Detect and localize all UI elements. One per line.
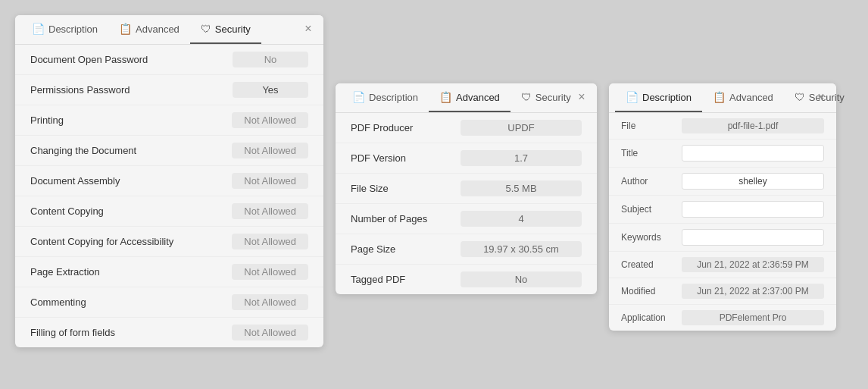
row-author: Author <box>609 168 836 196</box>
value-created: Jun 21, 2022 at 2:36:59 PM <box>682 257 824 272</box>
advanced-panel: 📄 Description 📋 Advanced 🛡 Security × PD… <box>336 83 597 294</box>
input-title[interactable] <box>682 145 824 162</box>
panel2-tabs: 📄 Description 📋 Advanced 🛡 Security × <box>336 83 597 113</box>
value-content-copying: Not Allowed <box>232 203 308 219</box>
label-changing-doc: Changing the Document <box>30 145 136 156</box>
value-page-size: 19.97 x 30.55 cm <box>461 241 582 257</box>
label-content-copying: Content Copying <box>30 205 104 217</box>
row-modified: Modified Jun 21, 2022 at 2:37:00 PM <box>609 278 836 305</box>
row-page-size: Page Size 19.97 x 30.55 cm <box>336 234 597 265</box>
label-author: Author <box>621 176 676 187</box>
tab-advanced-3[interactable]: 📋 Advanced <box>702 83 784 112</box>
panel1-body: Document Open Password No Permissions Pa… <box>15 45 323 347</box>
tab-description-3[interactable]: 📄 Description <box>615 83 702 112</box>
label-doc-assembly: Document Assembly <box>30 175 120 187</box>
close-icon-3: × <box>817 90 824 104</box>
value-form-fields: Not Allowed <box>232 325 308 340</box>
row-subject: Subject <box>609 196 836 224</box>
tab-description-2[interactable]: 📄 Description <box>342 83 429 112</box>
close-button-2[interactable]: × <box>574 89 589 105</box>
label-num-pages: Number of Pages <box>351 213 427 224</box>
label-pdf-producer: PDF Producer <box>351 122 413 133</box>
security-icon-1: 🛡 <box>201 23 211 35</box>
close-button-1[interactable]: × <box>301 21 316 36</box>
row-commenting: Commenting Not Allowed <box>15 287 323 318</box>
label-keywords: Keywords <box>621 232 676 243</box>
label-pdf-version: PDF Version <box>351 152 406 164</box>
tab-description-1[interactable]: 📄 Description <box>21 15 108 44</box>
value-page-extraction: Not Allowed <box>232 264 308 280</box>
description-panel: 📄 Description 📋 Advanced 🛡 Security × Fi… <box>609 83 836 331</box>
row-form-fields: Filling of form fields Not Allowed <box>15 318 323 347</box>
panel3-tabs: 📄 Description 📋 Advanced 🛡 Security × <box>609 83 836 113</box>
tab-description-label-2: Description <box>369 92 418 103</box>
value-printing: Not Allowed <box>232 112 308 128</box>
label-file: File <box>621 121 676 131</box>
tab-security-2[interactable]: 🛡 Security <box>510 83 582 112</box>
tab-advanced-label-1: Advanced <box>136 24 180 35</box>
label-open-password: Document Open Password <box>30 54 148 65</box>
security-icon-3: 🛡 <box>795 91 805 103</box>
panel2-body: PDF Producer UPDF PDF Version 1.7 File S… <box>336 113 597 294</box>
description-icon-2: 📄 <box>352 91 365 103</box>
row-application: Application PDFelement Pro <box>609 305 836 331</box>
input-subject[interactable] <box>682 201 824 218</box>
label-content-copying-access: Content Copying for Accessibility <box>30 236 173 247</box>
tab-advanced-label-2: Advanced <box>456 92 500 103</box>
row-content-copying: Content Copying Not Allowed <box>15 196 323 227</box>
label-commenting: Commenting <box>30 296 86 308</box>
description-icon-3: 📄 <box>626 91 639 103</box>
row-file: File pdf-file-1.pdf <box>609 113 836 140</box>
row-permissions-password: Permissions Password Yes <box>15 75 323 105</box>
tab-security-1[interactable]: 🛡 Security <box>190 15 261 44</box>
value-changing-doc: Not Allowed <box>232 143 308 158</box>
row-content-copying-access: Content Copying for Accessibility Not Al… <box>15 227 323 257</box>
label-created: Created <box>621 259 676 270</box>
security-icon-2: 🛡 <box>521 91 532 103</box>
row-created: Created Jun 21, 2022 at 2:36:59 PM <box>609 252 836 278</box>
close-icon-2: × <box>578 90 585 104</box>
close-button-3[interactable]: × <box>813 89 829 105</box>
advanced-icon-3: 📋 <box>713 91 726 103</box>
panel3-body: File pdf-file-1.pdf Title Author Subject… <box>609 113 836 331</box>
label-title: Title <box>621 148 676 158</box>
label-file-size: File Size <box>351 183 389 194</box>
close-icon-1: × <box>304 22 311 36</box>
row-page-extraction: Page Extraction Not Allowed <box>15 257 323 287</box>
value-pdf-producer: UPDF <box>461 120 582 136</box>
label-printing: Printing <box>30 115 64 126</box>
input-author[interactable] <box>682 173 824 190</box>
value-num-pages: 4 <box>461 211 582 227</box>
value-file-size: 5.5 MB <box>461 180 582 196</box>
row-pdf-version: PDF Version 1.7 <box>336 143 597 174</box>
row-num-pages: Number of Pages 4 <box>336 204 597 234</box>
input-keywords[interactable] <box>682 229 824 246</box>
value-commenting: Not Allowed <box>232 294 308 310</box>
tab-description-label-3: Description <box>642 92 692 103</box>
row-pdf-producer: PDF Producer UPDF <box>336 113 597 143</box>
label-subject: Subject <box>621 204 676 215</box>
label-permissions-password: Permissions Password <box>30 84 130 96</box>
value-open-password: No <box>233 52 308 67</box>
row-changing-doc: Changing the Document Not Allowed <box>15 136 323 166</box>
tab-security-label-2: Security <box>535 92 571 103</box>
label-page-extraction: Page Extraction <box>30 266 100 278</box>
value-doc-assembly: Not Allowed <box>232 173 308 189</box>
label-page-size: Page Size <box>351 243 395 255</box>
value-application: PDFelement Pro <box>682 310 824 325</box>
row-open-password: Document Open Password No <box>15 45 323 75</box>
tab-advanced-2[interactable]: 📋 Advanced <box>429 83 510 112</box>
tab-advanced-1[interactable]: 📋 Advanced <box>108 15 190 44</box>
row-tagged-pdf: Tagged PDF No <box>336 265 597 294</box>
row-keywords: Keywords <box>609 224 836 252</box>
value-permissions-password: Yes <box>233 82 308 98</box>
advanced-icon-2: 📋 <box>439 91 452 103</box>
label-application: Application <box>621 312 676 323</box>
value-file: pdf-file-1.pdf <box>682 118 824 133</box>
row-title: Title <box>609 140 836 168</box>
advanced-icon-1: 📋 <box>119 23 132 35</box>
description-icon-1: 📄 <box>32 23 45 35</box>
tab-security-label-1: Security <box>215 24 251 35</box>
value-pdf-version: 1.7 <box>461 150 582 166</box>
value-modified: Jun 21, 2022 at 2:37:00 PM <box>682 284 824 299</box>
